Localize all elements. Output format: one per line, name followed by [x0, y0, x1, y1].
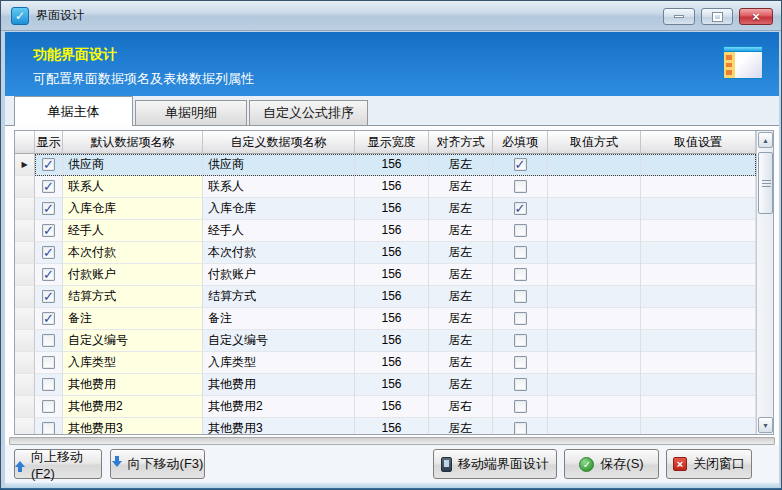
- row-selector[interactable]: [15, 396, 35, 418]
- value-method-cell[interactable]: [548, 330, 641, 352]
- mobile-design-button[interactable]: 移动端界面设计: [433, 449, 557, 479]
- required-checkbox-unchecked[interactable]: [514, 378, 527, 391]
- custom-name-cell[interactable]: 其他费用2: [203, 396, 355, 418]
- close-window-button[interactable]: × 关闭窗口: [666, 449, 752, 479]
- align-cell[interactable]: 居左: [429, 198, 493, 220]
- width-cell[interactable]: 156: [355, 154, 429, 176]
- required-checkbox-unchecked[interactable]: [514, 334, 527, 347]
- align-cell[interactable]: 居左: [429, 242, 493, 264]
- required-checkbox-unchecked[interactable]: [514, 246, 527, 259]
- scrollbar-thumb[interactable]: [758, 152, 773, 214]
- custom-name-cell[interactable]: 付款账户: [203, 264, 355, 286]
- width-cell[interactable]: 156: [355, 242, 429, 264]
- value-setting-cell[interactable]: [641, 286, 756, 308]
- align-cell[interactable]: 居左: [429, 308, 493, 330]
- row-selector[interactable]: [15, 286, 35, 308]
- value-method-cell[interactable]: [548, 176, 641, 198]
- display-checkbox-checked[interactable]: ✓: [42, 180, 55, 193]
- align-cell[interactable]: 居左: [429, 286, 493, 308]
- required-checkbox-unchecked[interactable]: [514, 400, 527, 413]
- value-method-cell[interactable]: [548, 308, 641, 330]
- required-checkbox-unchecked[interactable]: [514, 268, 527, 281]
- default-name-cell[interactable]: 供应商: [63, 154, 203, 176]
- required-checkbox-unchecked[interactable]: [514, 224, 527, 237]
- table-row[interactable]: ✓结算方式结算方式156居左: [15, 286, 756, 308]
- default-name-cell[interactable]: 联系人: [63, 176, 203, 198]
- value-setting-cell[interactable]: [641, 396, 756, 418]
- column-header-value-setting[interactable]: 取值设置: [641, 131, 756, 154]
- width-cell[interactable]: 156: [355, 264, 429, 286]
- align-cell[interactable]: 居左: [429, 154, 493, 176]
- value-method-cell[interactable]: [548, 198, 641, 220]
- column-header-default-name[interactable]: 默认数据项名称: [63, 131, 203, 154]
- custom-name-cell[interactable]: 联系人: [203, 176, 355, 198]
- align-cell[interactable]: 居左: [429, 330, 493, 352]
- required-checkbox-checked[interactable]: ✓: [514, 158, 527, 171]
- save-button[interactable]: ✓ 保存(S): [564, 449, 659, 479]
- value-method-cell[interactable]: [548, 264, 641, 286]
- row-selector[interactable]: [15, 264, 35, 286]
- align-cell[interactable]: 居左: [429, 176, 493, 198]
- width-cell[interactable]: 156: [355, 374, 429, 396]
- row-selector[interactable]: ▶: [15, 154, 35, 176]
- value-method-cell[interactable]: [548, 352, 641, 374]
- close-button[interactable]: ×: [739, 8, 773, 25]
- default-name-cell[interactable]: 付款账户: [63, 264, 203, 286]
- row-selector[interactable]: [15, 418, 35, 434]
- value-setting-cell[interactable]: [641, 176, 756, 198]
- value-method-cell[interactable]: [548, 396, 641, 418]
- table-row[interactable]: 其他费用3其他费用3156居左: [15, 418, 756, 434]
- width-cell[interactable]: 156: [355, 418, 429, 434]
- vertical-scrollbar[interactable]: ▲ ▼: [756, 131, 773, 434]
- value-method-cell[interactable]: [548, 286, 641, 308]
- width-cell[interactable]: 156: [355, 198, 429, 220]
- display-checkbox-unchecked[interactable]: [42, 356, 55, 369]
- display-checkbox-unchecked[interactable]: [42, 422, 55, 434]
- default-name-cell[interactable]: 其他费用: [63, 374, 203, 396]
- table-row[interactable]: 其他费用其他费用156居左: [15, 374, 756, 396]
- width-cell[interactable]: 156: [355, 308, 429, 330]
- tab-document-main[interactable]: 单据主体: [14, 96, 133, 126]
- width-cell[interactable]: 156: [355, 286, 429, 308]
- required-checkbox-unchecked[interactable]: [514, 312, 527, 325]
- table-row[interactable]: 自定义编号自定义编号156居左: [15, 330, 756, 352]
- value-method-cell[interactable]: [548, 154, 641, 176]
- table-row[interactable]: ✓本次付款本次付款156居左: [15, 242, 756, 264]
- value-setting-cell[interactable]: [641, 242, 756, 264]
- display-checkbox-unchecked[interactable]: [42, 378, 55, 391]
- row-selector[interactable]: [15, 352, 35, 374]
- display-checkbox-checked[interactable]: ✓: [42, 268, 55, 281]
- align-cell[interactable]: 居左: [429, 220, 493, 242]
- width-cell[interactable]: 156: [355, 396, 429, 418]
- titlebar[interactable]: ✓ 界面设计 ×: [1, 1, 781, 31]
- value-setting-cell[interactable]: [641, 308, 756, 330]
- default-name-cell[interactable]: 入库类型: [63, 352, 203, 374]
- custom-name-cell[interactable]: 本次付款: [203, 242, 355, 264]
- table-row[interactable]: 入库类型入库类型156居左: [15, 352, 756, 374]
- value-method-cell[interactable]: [548, 220, 641, 242]
- minimize-button[interactable]: [663, 8, 695, 25]
- tab-custom-formula-sort[interactable]: 自定义公式排序: [249, 100, 368, 126]
- value-setting-cell[interactable]: [641, 330, 756, 352]
- display-checkbox-checked[interactable]: ✓: [42, 202, 55, 215]
- row-selector[interactable]: [15, 308, 35, 330]
- value-method-cell[interactable]: [548, 418, 641, 434]
- required-checkbox-unchecked[interactable]: [514, 422, 527, 434]
- row-selector[interactable]: [15, 374, 35, 396]
- value-method-cell[interactable]: [548, 242, 641, 264]
- custom-name-cell[interactable]: 入库类型: [203, 352, 355, 374]
- required-checkbox-unchecked[interactable]: [514, 290, 527, 303]
- row-selector[interactable]: [15, 330, 35, 352]
- default-name-cell[interactable]: 其他费用2: [63, 396, 203, 418]
- row-selector[interactable]: [15, 198, 35, 220]
- scroll-up-icon[interactable]: ▲: [758, 132, 773, 148]
- table-row[interactable]: ✓备注备注156居左: [15, 308, 756, 330]
- align-cell[interactable]: 居左: [429, 374, 493, 396]
- table-row[interactable]: 其他费用2其他费用2156居右: [15, 396, 756, 418]
- display-checkbox-checked[interactable]: ✓: [42, 246, 55, 259]
- default-name-cell[interactable]: 入库仓库: [63, 198, 203, 220]
- align-cell[interactable]: 居左: [429, 352, 493, 374]
- custom-name-cell[interactable]: 供应商: [203, 154, 355, 176]
- default-name-cell[interactable]: 结算方式: [63, 286, 203, 308]
- display-checkbox-checked[interactable]: ✓: [42, 290, 55, 303]
